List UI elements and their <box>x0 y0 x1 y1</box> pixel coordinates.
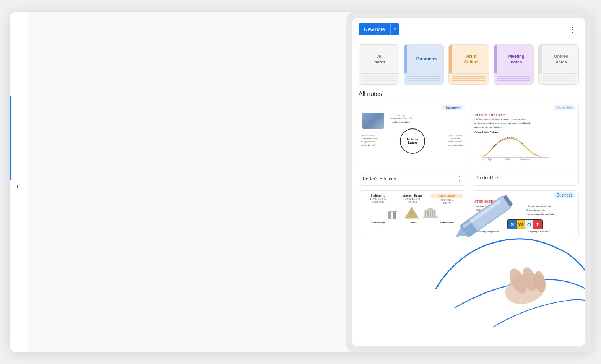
notebook-lines-unfiled <box>539 73 578 84</box>
note-content-plc: Product Life Cycle Defines the stages th… <box>471 110 578 172</box>
notebook-unfiled[interactable]: Unfilednotes <box>538 44 579 84</box>
note-card-header-porters: Business <box>359 102 466 110</box>
header-more-icon[interactable]: ⋮ <box>566 24 579 35</box>
notes-grid: Business Courage Teammates feel safemaki… <box>359 102 579 240</box>
note-card-swot[interactable]: Business STRENGTH - company's strong poi… <box>471 190 579 240</box>
stonehenge-icon <box>387 206 402 219</box>
authenticity-node: Authenticity... Teammates canbring their… <box>361 134 379 146</box>
courage-node: Courage Teammates feel safemaking mistak… <box>390 114 412 124</box>
svg-rect-17 <box>424 216 437 217</box>
note-card-history[interactable]: Prehistoric 11,600 BCE to3,500 BCE Ancie… <box>359 190 466 240</box>
left-sidebar: + <box>10 12 28 352</box>
notebook-all-notes[interactable]: Allnotes <box>359 44 399 84</box>
svg-text:Saturation: Saturation <box>520 158 530 160</box>
svg-rect-19 <box>425 211 426 216</box>
svg-rect-22 <box>432 211 433 216</box>
sidebar-accent-bar <box>10 96 11 180</box>
pyramid-icon <box>404 206 419 219</box>
plc-chart: Take off Shake out Saturation Size Compe… <box>474 134 551 161</box>
notebooks-section: Allnotes Business <box>352 41 585 91</box>
notebook-meeting[interactable]: Meetingnotes <box>494 44 534 84</box>
swot-logo: S W O T <box>474 219 575 229</box>
note-card-footer-plc: Product life <box>471 172 578 184</box>
note-card-header-plc: Business <box>471 102 578 110</box>
porter-mindmap: Courage Teammates feel safemaking mistak… <box>361 113 464 169</box>
svg-rect-23 <box>434 211 435 216</box>
new-note-button[interactable]: New note <box>359 23 390 35</box>
svg-rect-11 <box>388 211 393 212</box>
svg-rect-10 <box>393 212 396 219</box>
svg-text:Size: Size <box>483 159 486 161</box>
badge-plc: Business <box>554 105 575 110</box>
tablet-inner: New note ▾ ⋮ Allnotes <box>352 18 585 346</box>
note-card-header-swot: Business <box>471 191 578 198</box>
badge-swot: Business <box>554 192 575 198</box>
notebook-lines-all <box>359 73 399 84</box>
parthenon-icon <box>422 206 439 219</box>
new-note-group: New note ▾ <box>359 23 399 35</box>
tablet-header: New note ▾ ⋮ <box>352 18 585 41</box>
svg-rect-21 <box>430 211 431 216</box>
add-icon[interactable]: + <box>15 183 19 191</box>
notebook-lines-meeting <box>494 73 534 84</box>
svg-marker-24 <box>424 208 436 211</box>
svg-rect-9 <box>388 212 391 219</box>
note-title-porters: Porter's 5 forces <box>363 176 396 182</box>
notebook-artculture[interactable]: Art &Culture <box>448 44 489 84</box>
note-card-plc[interactable]: Business Product Life Cycle Defines the … <box>471 102 579 186</box>
notebook-label-business: Business <box>416 56 437 62</box>
svg-text:out: out <box>505 160 508 161</box>
app-frame: + New note ▾ ⋮ Allnotes <box>10 12 591 352</box>
svg-point-31 <box>506 266 530 296</box>
notebook-label-meeting: Meetingnotes <box>508 54 525 65</box>
notebook-label-unfiled: Unfilednotes <box>554 54 569 65</box>
new-note-dropdown-button[interactable]: ▾ <box>390 23 399 35</box>
svg-point-33 <box>533 270 547 293</box>
arch-icons <box>362 206 463 219</box>
note-content-porters: Courage Teammates feel safemaking mistak… <box>359 110 466 172</box>
svg-rect-12 <box>392 211 397 212</box>
badge-porters: Business <box>441 105 463 110</box>
notebook-lines-artculture <box>449 73 489 84</box>
plc-diagram: Product Life Cycle Defines the stages th… <box>474 113 575 162</box>
note-title-plc: Product life <box>475 175 498 180</box>
swot-content: STRENGTH - company's strong points - USP… <box>471 198 578 234</box>
svg-rect-20 <box>427 211 429 216</box>
all-notes-title: All notes <box>359 91 579 98</box>
notebook-label-all: Allnotes <box>374 54 385 65</box>
compassion-node: Compassion I care aboutthe success ofmy … <box>448 134 463 150</box>
svg-point-30 <box>501 268 550 309</box>
history-content: Prehistoric 11,600 BCE to3,500 BCE Ancie… <box>359 191 466 227</box>
note-card-footer-porters: Porter's 5 forces ⋮ <box>359 172 466 185</box>
tablet-frame: New note ▾ ⋮ Allnotes <box>346 12 591 352</box>
notebook-lines-business <box>404 73 444 84</box>
all-notes-section: All notes Business <box>352 91 585 240</box>
notebook-business[interactable]: Business <box>404 44 444 84</box>
notebook-label-artculture: Art &Culture <box>464 54 479 65</box>
svg-point-32 <box>520 266 539 293</box>
note-more-porters[interactable]: ⋮ <box>456 175 462 182</box>
note-card-porters[interactable]: Business Courage Teammates feel safemaki… <box>359 102 466 186</box>
center-node: InclusiveLeader <box>400 128 425 154</box>
